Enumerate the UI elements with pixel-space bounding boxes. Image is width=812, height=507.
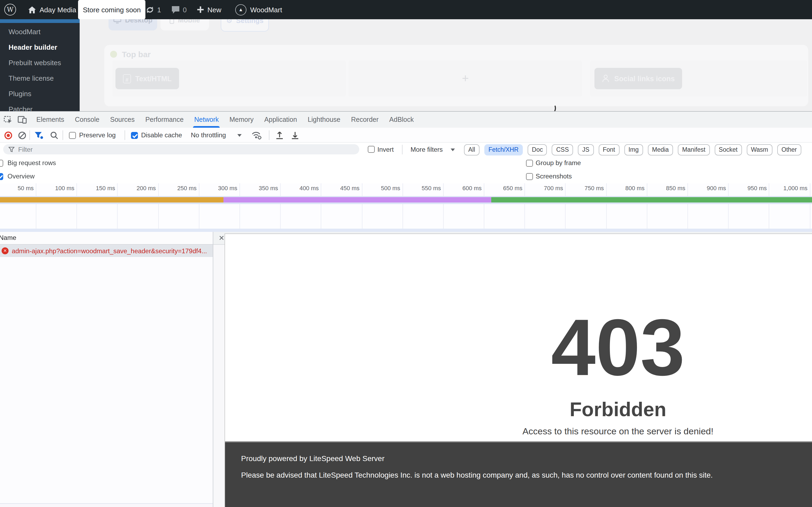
filter-pill-manifest[interactable]: Manifest <box>678 144 710 156</box>
toolbar-divider <box>124 130 125 140</box>
site-menu[interactable]: Aday Media <box>28 0 76 19</box>
timeline-tick: 700 ms <box>525 183 566 229</box>
text-html-label: Text/HTML <box>135 74 171 82</box>
filter-funnel-icon <box>8 147 14 152</box>
import-har-icon[interactable] <box>275 131 284 139</box>
filter-icon[interactable] <box>35 132 43 139</box>
tab-elements[interactable]: Elements <box>31 112 69 128</box>
filter-pill-css[interactable]: CSS <box>552 144 573 156</box>
disable-cache-checkbox[interactable] <box>131 132 138 139</box>
error-title: Forbidden <box>225 399 812 421</box>
tab-console[interactable]: Console <box>69 112 105 128</box>
filter-pill-socket[interactable]: Socket <box>714 144 742 156</box>
builder-cell-center[interactable]: + <box>349 60 582 97</box>
tab-lighthouse[interactable]: Lighthouse <box>302 112 346 128</box>
tab-network[interactable]: Network <box>189 112 224 128</box>
filter-input[interactable]: Filter <box>3 144 359 154</box>
comment-icon <box>171 5 180 14</box>
devtools-panel: Elements Console Sources Performance Net… <box>0 111 812 507</box>
name-column-header[interactable]: Name <box>0 232 213 245</box>
timeline-tick: 350 ms <box>240 183 281 229</box>
filter-pill-img[interactable]: Img <box>624 144 643 156</box>
woodmart-menu[interactable]: ▲ WoodMart <box>235 0 282 19</box>
woodmart-logo-icon: ▲ <box>235 4 246 15</box>
sidebar-item-woodmart[interactable]: WoodMart <box>8 28 40 36</box>
filter-pill-js[interactable]: JS <box>578 144 594 156</box>
tab-memory[interactable]: Memory <box>224 112 259 128</box>
woodmart-label: WoodMart <box>250 6 282 14</box>
throttling-caret-icon[interactable] <box>237 134 242 137</box>
invert-checkbox[interactable] <box>368 146 375 153</box>
request-type-filters: All Fetch/XHR Doc CSS JS Font Img Media … <box>464 144 806 156</box>
comments-menu[interactable]: 0 <box>171 0 187 19</box>
preserve-log-checkbox[interactable] <box>69 132 76 139</box>
timeline-tick: 850 ms <box>647 183 688 229</box>
filter-placeholder: Filter <box>18 146 33 153</box>
request-table-footer-strip <box>0 503 213 507</box>
overview-checkbox[interactable] <box>0 173 3 180</box>
group-by-frame-checkbox[interactable] <box>526 160 533 167</box>
sidebar-accent-bar <box>0 19 80 23</box>
social-links-element-button[interactable]: Social links icons <box>595 68 682 89</box>
tab-sources[interactable]: Sources <box>105 112 140 128</box>
timeline-tick: 800 ms <box>606 183 647 229</box>
sidebar-item-header-builder[interactable]: Header builder <box>8 43 57 51</box>
overview-band-segment-waiting <box>0 197 223 203</box>
device-toolbar-icon[interactable] <box>18 115 27 124</box>
more-filters-button[interactable]: More filters <box>411 146 443 153</box>
person-icon <box>602 74 610 83</box>
filter-pill-media[interactable]: Media <box>648 144 673 156</box>
filter-pill-doc[interactable]: Doc <box>527 144 547 156</box>
sidebar-item-theme-license[interactable]: Theme license <box>8 74 54 82</box>
filter-pill-font[interactable]: Font <box>599 144 619 156</box>
sidebar-item-prebuilt-websites[interactable]: Prebuilt websites <box>8 59 61 67</box>
timeline-tick: 250 ms <box>158 183 199 229</box>
network-conditions-icon[interactable] <box>251 130 262 140</box>
builder-cell-left[interactable]: # Text/HTML <box>112 60 346 97</box>
network-options-row-1: Big request rows Group by frame <box>0 157 812 170</box>
network-overview-timeline[interactable]: 50 ms 100 ms 150 ms 200 ms 250 ms 300 ms… <box>0 183 812 232</box>
overview-bottom-strip <box>0 229 812 232</box>
builder-cell-right[interactable]: Social links icons <box>590 60 807 97</box>
add-element-plus-icon[interactable]: + <box>349 60 582 97</box>
screen: Desktop Mobile ⚙ Settings Top bar # Text… <box>0 0 812 507</box>
tab-adblock[interactable]: AdBlock <box>384 112 419 128</box>
filter-pill-other[interactable]: Other <box>777 144 801 156</box>
filter-pill-wasm[interactable]: Wasm <box>747 144 772 156</box>
record-network-log-icon[interactable] <box>4 131 12 139</box>
export-har-icon[interactable] <box>291 131 299 139</box>
wp-logo-menu[interactable]: W <box>4 0 16 19</box>
home-icon <box>28 6 36 14</box>
timeline-tick: 400 ms <box>281 183 321 229</box>
site-name: Aday Media <box>40 6 76 14</box>
screenshots-checkbox[interactable] <box>526 173 533 180</box>
updates-menu[interactable]: 1 <box>145 0 161 19</box>
clear-network-log-icon[interactable] <box>18 131 26 139</box>
text-html-icon: # <box>123 74 131 83</box>
new-menu[interactable]: New <box>197 0 221 19</box>
devtools-tabbar: Elements Console Sources Performance Net… <box>0 112 812 128</box>
search-icon[interactable] <box>50 131 58 139</box>
coming-soon-badge[interactable]: Store coming soon <box>78 0 146 19</box>
network-filter-row: Filter Invert More filters All Fetch/XHR… <box>0 143 812 157</box>
filter-pill-fetch-xhr[interactable]: Fetch/XHR <box>484 144 523 156</box>
request-name: admin-ajax.php?action=woodmart_save_head… <box>12 247 207 255</box>
comments-count: 0 <box>183 6 187 14</box>
inspect-element-icon[interactable] <box>4 115 12 124</box>
toolbar-divider <box>62 130 63 140</box>
footer-line-2: Please be advised that LiteSpeed Technol… <box>241 471 713 479</box>
tab-recorder[interactable]: Recorder <box>346 112 384 128</box>
preview-document: 403 Forbidden Access to this resource on… <box>224 233 812 507</box>
big-request-rows-checkbox[interactable] <box>0 160 3 167</box>
tab-application[interactable]: Application <box>259 112 302 128</box>
throttling-select[interactable]: No throttling <box>191 131 226 139</box>
tab-performance[interactable]: Performance <box>140 112 189 128</box>
request-row-selected[interactable]: admin-ajax.php?action=woodmart_save_head… <box>0 245 213 257</box>
text-html-element-button[interactable]: # Text/HTML <box>115 68 179 89</box>
timeline-tick: 650 ms <box>484 183 525 229</box>
sidebar-item-plugins[interactable]: Plugins <box>8 90 31 98</box>
name-header-label: Name <box>0 234 16 241</box>
close-icon[interactable]: ✕ <box>219 234 224 242</box>
request-table-panel: Name admin-ajax.php?action=woodmart_save… <box>0 232 213 507</box>
filter-pill-all[interactable]: All <box>464 144 479 156</box>
